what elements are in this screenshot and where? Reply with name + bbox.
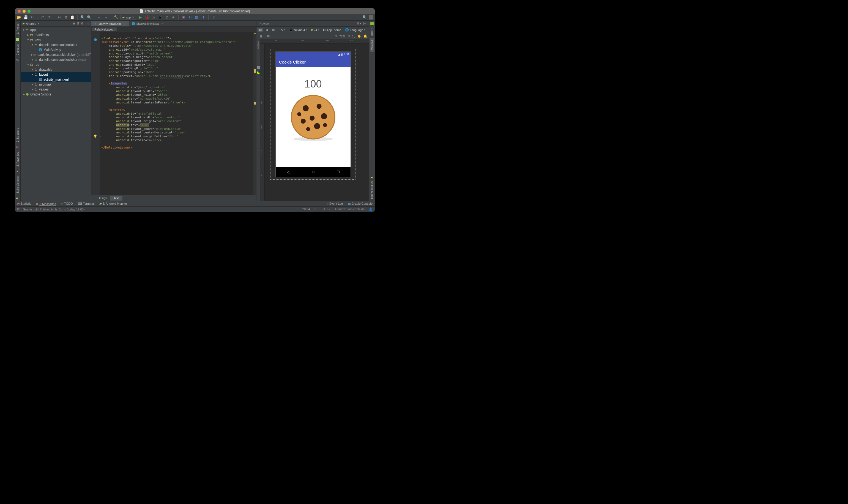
pan-icon[interactable]: ✋: [357, 34, 361, 38]
settings-icon[interactable]: ⚙▾: [357, 22, 361, 25]
undo-icon[interactable]: ↶: [40, 15, 45, 20]
surface-mode-1-icon[interactable]: ▦: [257, 28, 263, 32]
orientation-icon[interactable]: ⟲▾: [279, 28, 287, 32]
theme-selector[interactable]: ◐AppTheme: [322, 28, 343, 32]
tree-node-res[interactable]: ▼🗀res: [21, 62, 91, 67]
sdk-icon[interactable]: ↻: [188, 15, 193, 20]
tree-node-package-test[interactable]: ▶🗀danielle.com.cookieclicker(androidT: [21, 52, 91, 57]
make-icon[interactable]: 🔨: [114, 15, 119, 20]
tree-node-package[interactable]: ▼🗀danielle.com.cookieclicker: [21, 42, 91, 47]
gradle-tool-tab[interactable]: Gradle: [370, 25, 374, 38]
profile-icon[interactable]: ⊙: [164, 15, 169, 20]
search-everywhere-icon[interactable]: 🔍: [362, 15, 367, 20]
favorites-tool-tab[interactable]: 2: Favorites: [16, 150, 20, 169]
save-icon[interactable]: 💾: [23, 15, 28, 20]
preview-tool-tab[interactable]: Preview: [370, 38, 374, 52]
device-icon[interactable]: 📱: [158, 15, 163, 20]
project-tool-tab[interactable]: 1: Project: [16, 21, 20, 37]
preview-canvas[interactable]: Palette 0 100 200 300 100 200 300 400 50…: [256, 39, 369, 201]
avd-icon[interactable]: ▣: [181, 15, 186, 20]
project-tree[interactable]: ▼🗀app ▶🗀manifests ▼🗀java ▼🗀danielle.com.…: [21, 27, 91, 201]
run-config-selector[interactable]: ▰app▼: [120, 15, 136, 20]
intention-bulb-icon[interactable]: 💡: [93, 134, 97, 138]
hide-icon[interactable]: |←: [363, 22, 367, 25]
palette-item-icon[interactable]: [257, 66, 260, 69]
gradle-console-tab[interactable]: ▦ Gradle Console: [348, 202, 373, 205]
event-log-tab[interactable]: ≡ Event Log: [327, 202, 343, 205]
find-icon[interactable]: 🔍: [80, 15, 85, 20]
tree-node-manifests[interactable]: ▶🗀manifests: [21, 33, 91, 37]
tree-node-mipmap[interactable]: ▶🗀mipmap: [21, 82, 91, 87]
caret-position[interactable]: 28:34: [302, 208, 310, 211]
user-icon[interactable]: [369, 15, 373, 20]
terminal-tab[interactable]: ⌨ Terminal: [78, 202, 94, 205]
notifications-icon[interactable]: 🔔: [363, 34, 367, 38]
view-mode[interactable]: Android: [26, 22, 36, 25]
todo-tab[interactable]: ✔ TODO: [61, 202, 73, 205]
toggle-icon[interactable]: ⊞: [266, 34, 271, 38]
collapse-icon[interactable]: ⇵: [77, 22, 79, 25]
tree-node-mainactivity[interactable]: cMainActivity: [21, 47, 91, 52]
tree-node-app[interactable]: ▼🗀app: [21, 28, 91, 33]
run-icon[interactable]: ▶: [138, 15, 143, 20]
tree-node-layout[interactable]: ▼🗀layout: [21, 72, 91, 77]
tree-node-gradle[interactable]: ▶⬢Gradle Scripts: [21, 92, 91, 97]
debug-icon[interactable]: 🐞: [144, 15, 149, 20]
context-selector[interactable]: Context: <no context>: [335, 208, 365, 211]
hector-icon[interactable]: 👤: [369, 208, 373, 211]
zoom-fit-icon[interactable]: ⛶: [352, 35, 355, 38]
redo-icon[interactable]: ↷: [47, 15, 52, 20]
tree-node-values[interactable]: ▶🗀values: [21, 87, 91, 92]
stop-icon[interactable]: ■: [171, 15, 176, 20]
sync-icon[interactable]: ↻: [30, 15, 35, 20]
open-icon[interactable]: 📂: [17, 15, 21, 20]
paste-icon[interactable]: 📋: [70, 15, 75, 20]
gutter-class-icon[interactable]: [94, 38, 97, 41]
structure-tool-tab[interactable]: 7: Structure: [16, 126, 20, 144]
build-variants-tool-tab[interactable]: Build Variants: [16, 174, 20, 195]
statistic-tab[interactable]: ◔ Statistic: [17, 202, 31, 205]
help-icon[interactable]: ?: [211, 15, 216, 20]
tree-node-activity-xml[interactable]: ▦activity_main.xml: [21, 77, 91, 82]
android-monitor-tab[interactable]: ▰ 6: Android Monitor: [99, 202, 127, 205]
captures-tool-tab[interactable]: Captures: [16, 42, 20, 58]
api-selector[interactable]: ▰24▾: [309, 28, 320, 32]
attach-icon[interactable]: ⇲: [151, 15, 156, 20]
text-tab[interactable]: Text: [110, 196, 123, 201]
forward-icon[interactable]: →: [104, 15, 108, 20]
line-separator[interactable]: LF÷: [314, 208, 319, 211]
copy-icon[interactable]: ⧉: [63, 15, 68, 20]
layout-icon[interactable]: ▦: [194, 15, 199, 20]
close-tab-icon[interactable]: ×: [161, 22, 163, 25]
design-tab[interactable]: Design: [94, 196, 110, 201]
tab-activity-xml[interactable]: ▦activity_main.xml×: [91, 21, 129, 26]
replace-icon[interactable]: 🔍: [87, 15, 92, 20]
zoom-out-icon[interactable]: ⊖: [335, 34, 337, 38]
tree-node-package-test2[interactable]: ▶🗀danielle.com.cookieclicker(test): [21, 57, 91, 62]
tree-node-drawable[interactable]: ▶🗀drawable: [21, 67, 91, 72]
file-encoding[interactable]: UTF-8: [323, 208, 331, 211]
surface-mode-2-icon[interactable]: ▦: [264, 28, 270, 32]
messages-tab[interactable]: ≡ 0: Messages: [36, 202, 56, 205]
surface-mode-3-icon[interactable]: ▥: [271, 28, 276, 32]
locate-icon[interactable]: ⊕: [73, 22, 75, 25]
device-selector[interactable]: 📱Nexus 4▾: [288, 28, 308, 32]
close-tab-icon[interactable]: ×: [124, 22, 126, 25]
editor-gutter[interactable]: 💡: [91, 32, 100, 195]
palette-color-icon[interactable]: [257, 71, 260, 74]
download-icon[interactable]: ⬇: [201, 15, 206, 20]
marker-strip[interactable]: [253, 32, 256, 195]
back-icon[interactable]: ←: [97, 15, 102, 20]
code-editor[interactable]: <?xml version="1.0" encoding="utf-8"?> <…: [100, 32, 253, 195]
tool-windows-icon[interactable]: ⊞: [17, 208, 20, 211]
android-model-tool-tab[interactable]: Android Model: [370, 179, 374, 201]
hide-icon[interactable]: →|: [85, 22, 89, 25]
settings-icon[interactable]: ⚙: [81, 22, 84, 25]
layout-dec-icon[interactable]: ▦: [258, 34, 264, 38]
tree-node-java[interactable]: ▼🗀java: [21, 37, 91, 42]
cut-icon[interactable]: ✂: [57, 15, 61, 20]
tab-mainactivity[interactable]: cMainActivity.java×: [129, 21, 166, 26]
language-selector[interactable]: 🌐Language▾: [344, 28, 366, 32]
breadcrumb-bar[interactable]: RelativeLayout: [91, 27, 256, 32]
zoom-in-icon[interactable]: ⊕: [347, 34, 350, 38]
